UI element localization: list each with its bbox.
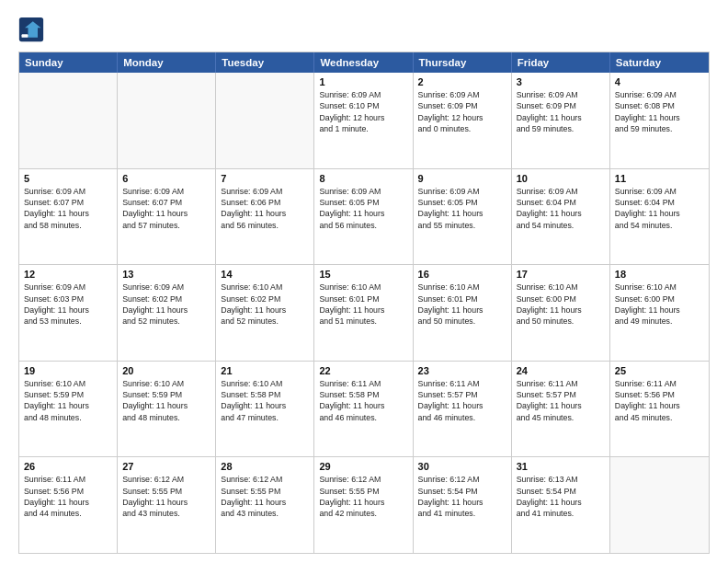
- calendar-header: SundayMondayTuesdayWednesdayThursdayFrid…: [19, 52, 709, 73]
- day-number: 2: [418, 76, 506, 87]
- weekday-header: Sunday: [19, 52, 118, 73]
- day-cell: 20Sunrise: 6:10 AM Sunset: 5:59 PM Dayli…: [118, 362, 216, 457]
- day-number: 17: [517, 269, 605, 280]
- calendar-row: 1Sunrise: 6:09 AM Sunset: 6:10 PM Daylig…: [19, 73, 709, 168]
- day-info: Sunrise: 6:09 AM Sunset: 6:08 PM Dayligh…: [615, 89, 704, 134]
- day-info: Sunrise: 6:09 AM Sunset: 6:05 PM Dayligh…: [319, 186, 407, 231]
- page: SundayMondayTuesdayWednesdayThursdayFrid…: [0, 0, 728, 563]
- day-cell: 30Sunrise: 6:12 AM Sunset: 5:54 PM Dayli…: [414, 457, 512, 553]
- day-number: 18: [615, 269, 704, 280]
- day-info: Sunrise: 6:09 AM Sunset: 6:07 PM Dayligh…: [24, 186, 112, 231]
- day-info: Sunrise: 6:09 AM Sunset: 6:09 PM Dayligh…: [418, 89, 506, 134]
- day-info: Sunrise: 6:11 AM Sunset: 5:58 PM Dayligh…: [319, 378, 407, 423]
- calendar-row: 5Sunrise: 6:09 AM Sunset: 6:07 PM Daylig…: [19, 168, 709, 265]
- day-info: Sunrise: 6:10 AM Sunset: 6:00 PM Dayligh…: [517, 282, 605, 327]
- day-number: 8: [319, 173, 407, 184]
- empty-cell: [19, 73, 118, 168]
- day-info: Sunrise: 6:09 AM Sunset: 6:06 PM Dayligh…: [221, 186, 309, 231]
- day-info: Sunrise: 6:12 AM Sunset: 5:55 PM Dayligh…: [221, 474, 309, 519]
- day-cell: 7Sunrise: 6:09 AM Sunset: 6:06 PM Daylig…: [216, 169, 314, 265]
- day-cell: 11Sunrise: 6:09 AM Sunset: 6:04 PM Dayli…: [610, 169, 709, 265]
- day-number: 15: [319, 269, 407, 280]
- day-cell: 12Sunrise: 6:09 AM Sunset: 6:03 PM Dayli…: [19, 265, 118, 361]
- day-info: Sunrise: 6:09 AM Sunset: 6:02 PM Dayligh…: [122, 282, 210, 327]
- day-number: 14: [221, 269, 309, 280]
- day-info: Sunrise: 6:10 AM Sunset: 6:01 PM Dayligh…: [418, 282, 506, 327]
- day-info: Sunrise: 6:10 AM Sunset: 6:01 PM Dayligh…: [319, 282, 407, 327]
- day-number: 28: [221, 461, 309, 472]
- day-cell: 6Sunrise: 6:09 AM Sunset: 6:07 PM Daylig…: [118, 169, 216, 265]
- day-cell: 16Sunrise: 6:10 AM Sunset: 6:01 PM Dayli…: [414, 265, 512, 361]
- day-cell: 5Sunrise: 6:09 AM Sunset: 6:07 PM Daylig…: [19, 169, 118, 265]
- day-cell: 19Sunrise: 6:10 AM Sunset: 5:59 PM Dayli…: [19, 362, 118, 457]
- empty-cell: [216, 73, 314, 168]
- weekday-header: Tuesday: [216, 52, 314, 73]
- logo: [18, 17, 48, 42]
- day-info: Sunrise: 6:12 AM Sunset: 5:54 PM Dayligh…: [418, 474, 506, 519]
- day-cell: 4Sunrise: 6:09 AM Sunset: 6:08 PM Daylig…: [610, 73, 709, 168]
- day-cell: 10Sunrise: 6:09 AM Sunset: 6:04 PM Dayli…: [512, 169, 610, 265]
- day-info: Sunrise: 6:10 AM Sunset: 6:00 PM Dayligh…: [615, 282, 704, 327]
- empty-cell: [610, 457, 709, 553]
- day-number: 7: [221, 173, 309, 184]
- day-number: 16: [418, 269, 506, 280]
- day-number: 22: [319, 365, 407, 376]
- day-cell: 14Sunrise: 6:10 AM Sunset: 6:02 PM Dayli…: [216, 265, 314, 361]
- calendar-body: 1Sunrise: 6:09 AM Sunset: 6:10 PM Daylig…: [19, 73, 709, 553]
- calendar: SundayMondayTuesdayWednesdayThursdayFrid…: [18, 52, 710, 554]
- day-cell: 15Sunrise: 6:10 AM Sunset: 6:01 PM Dayli…: [314, 265, 413, 361]
- weekday-header: Monday: [118, 52, 216, 73]
- day-number: 4: [615, 76, 704, 87]
- day-number: 29: [319, 461, 407, 472]
- day-number: 24: [517, 365, 605, 376]
- day-number: 19: [24, 365, 112, 376]
- day-number: 25: [615, 365, 704, 376]
- day-number: 6: [122, 173, 210, 184]
- day-info: Sunrise: 6:10 AM Sunset: 5:58 PM Dayligh…: [221, 378, 309, 423]
- day-number: 21: [221, 365, 309, 376]
- day-cell: 24Sunrise: 6:11 AM Sunset: 5:57 PM Dayli…: [512, 362, 610, 457]
- day-number: 1: [319, 76, 407, 87]
- day-cell: 29Sunrise: 6:12 AM Sunset: 5:55 PM Dayli…: [314, 457, 413, 553]
- day-number: 13: [122, 269, 210, 280]
- day-info: Sunrise: 6:10 AM Sunset: 6:02 PM Dayligh…: [221, 282, 309, 327]
- day-cell: 21Sunrise: 6:10 AM Sunset: 5:58 PM Dayli…: [216, 362, 314, 457]
- day-info: Sunrise: 6:10 AM Sunset: 5:59 PM Dayligh…: [24, 378, 112, 423]
- day-info: Sunrise: 6:09 AM Sunset: 6:04 PM Dayligh…: [615, 186, 704, 231]
- weekday-header: Friday: [512, 52, 610, 73]
- weekday-header: Wednesday: [314, 52, 413, 73]
- day-info: Sunrise: 6:09 AM Sunset: 6:09 PM Dayligh…: [517, 89, 605, 134]
- day-info: Sunrise: 6:09 AM Sunset: 6:07 PM Dayligh…: [122, 186, 210, 231]
- day-cell: 3Sunrise: 6:09 AM Sunset: 6:09 PM Daylig…: [512, 73, 610, 168]
- day-info: Sunrise: 6:11 AM Sunset: 5:56 PM Dayligh…: [24, 474, 112, 519]
- day-number: 31: [517, 461, 605, 472]
- day-cell: 13Sunrise: 6:09 AM Sunset: 6:02 PM Dayli…: [118, 265, 216, 361]
- day-info: Sunrise: 6:11 AM Sunset: 5:56 PM Dayligh…: [615, 378, 704, 423]
- day-cell: 31Sunrise: 6:13 AM Sunset: 5:54 PM Dayli…: [512, 457, 610, 553]
- day-info: Sunrise: 6:11 AM Sunset: 5:57 PM Dayligh…: [517, 378, 605, 423]
- day-info: Sunrise: 6:09 AM Sunset: 6:05 PM Dayligh…: [418, 186, 506, 231]
- day-info: Sunrise: 6:13 AM Sunset: 5:54 PM Dayligh…: [517, 474, 605, 519]
- day-number: 30: [418, 461, 506, 472]
- day-info: Sunrise: 6:09 AM Sunset: 6:03 PM Dayligh…: [24, 282, 112, 327]
- calendar-row: 26Sunrise: 6:11 AM Sunset: 5:56 PM Dayli…: [19, 456, 709, 553]
- day-cell: 8Sunrise: 6:09 AM Sunset: 6:05 PM Daylig…: [314, 169, 413, 265]
- day-cell: 28Sunrise: 6:12 AM Sunset: 5:55 PM Dayli…: [216, 457, 314, 553]
- svg-rect-2: [22, 34, 28, 38]
- day-cell: 25Sunrise: 6:11 AM Sunset: 5:56 PM Dayli…: [610, 362, 709, 457]
- day-number: 20: [122, 365, 210, 376]
- day-info: Sunrise: 6:10 AM Sunset: 5:59 PM Dayligh…: [122, 378, 210, 423]
- day-info: Sunrise: 6:09 AM Sunset: 6:04 PM Dayligh…: [517, 186, 605, 231]
- day-cell: 1Sunrise: 6:09 AM Sunset: 6:10 PM Daylig…: [314, 73, 413, 168]
- day-cell: 23Sunrise: 6:11 AM Sunset: 5:57 PM Dayli…: [414, 362, 512, 457]
- day-number: 23: [418, 365, 506, 376]
- day-cell: 2Sunrise: 6:09 AM Sunset: 6:09 PM Daylig…: [414, 73, 512, 168]
- day-info: Sunrise: 6:09 AM Sunset: 6:10 PM Dayligh…: [319, 89, 407, 134]
- day-cell: 27Sunrise: 6:12 AM Sunset: 5:55 PM Dayli…: [118, 457, 216, 553]
- day-number: 12: [24, 269, 112, 280]
- weekday-header: Saturday: [610, 52, 709, 73]
- day-number: 27: [122, 461, 210, 472]
- day-info: Sunrise: 6:12 AM Sunset: 5:55 PM Dayligh…: [122, 474, 210, 519]
- calendar-row: 12Sunrise: 6:09 AM Sunset: 6:03 PM Dayli…: [19, 264, 709, 361]
- day-number: 3: [517, 76, 605, 87]
